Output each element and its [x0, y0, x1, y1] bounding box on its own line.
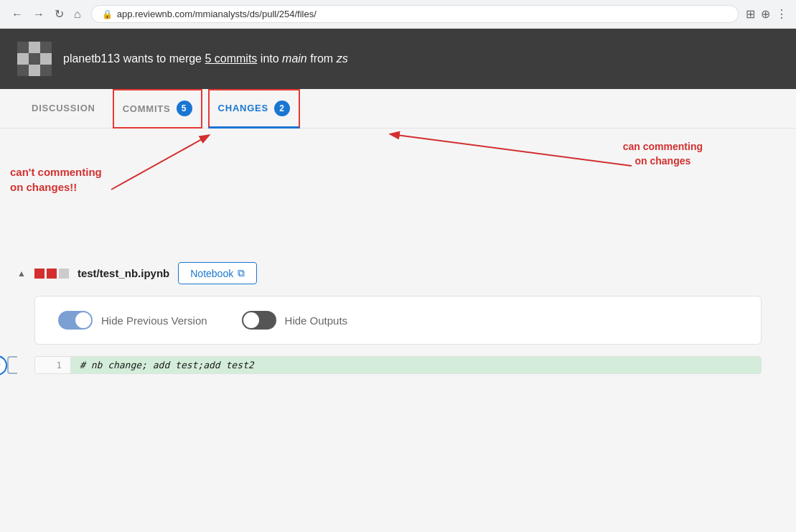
avatar: [17, 42, 52, 76]
extension-icon[interactable]: ⊞: [746, 7, 755, 21]
annotation-left-line2: on changes!!: [10, 179, 102, 195]
code-block: 1 # nb change; add test;add test2: [34, 356, 762, 374]
tabs-row: DISCUSSION COMMITS 5 CHANGES 2: [0, 89, 796, 129]
notebook-button[interactable]: Notebook ⧉: [178, 262, 257, 284]
collapse-button[interactable]: ▲: [17, 269, 26, 279]
lock-icon: 🔒: [102, 9, 113, 19]
hide-outputs-toggle[interactable]: [242, 311, 276, 330]
code-bracket-left: [7, 356, 17, 374]
line-number-1: 1: [35, 357, 71, 373]
toggle-knob-previous: [75, 312, 91, 328]
external-link-icon: ⧉: [238, 267, 245, 279]
back-button[interactable]: ←: [9, 6, 26, 22]
hide-previous-toggle[interactable]: [58, 311, 93, 330]
file-section: ▲ test/test_nb.ipynb Notebook ⧉ Hide Pre…: [0, 251, 796, 386]
annotation-left-line1: can't commenting: [10, 164, 102, 179]
tabs-annotation-area: DISCUSSION COMMITS 5 CHANGES 2 can't com…: [0, 89, 796, 251]
toggle-knob-outputs: [243, 312, 259, 328]
hide-previous-label: Hide Previous Version: [101, 314, 207, 327]
tab-changes[interactable]: CHANGES 2: [208, 89, 300, 129]
notebook-btn-label: Notebook: [190, 268, 233, 279]
header-zs: zs: [337, 52, 348, 65]
commits-link[interactable]: 5 commits: [205, 52, 257, 65]
tab-discussion-label: DISCUSSION: [32, 103, 95, 113]
diff-gray: [59, 269, 69, 279]
header-from: from: [307, 52, 337, 65]
tab-commits-label: COMMITS: [123, 103, 171, 114]
browser-actions: ⊞ ⊕ ⋮: [746, 7, 787, 21]
forward-button[interactable]: →: [30, 6, 47, 22]
diff-red-2: [47, 269, 57, 279]
diff-red-1: [34, 269, 45, 279]
header-main: main: [282, 52, 307, 65]
file-header: ▲ test/test_nb.ipynb Notebook ⧉: [17, 262, 779, 284]
annotation-right-line1: can commenting: [623, 140, 703, 154]
tab-commits[interactable]: COMMITS 5: [113, 89, 202, 129]
page-body: DISCUSSION COMMITS 5 CHANGES 2 can't com…: [0, 89, 796, 386]
svg-line-1: [111, 136, 208, 190]
hide-outputs-label: Hide Outputs: [285, 314, 348, 327]
header-before-link: planetb113 wants to merge: [63, 52, 205, 65]
nav-buttons: ← → ↻ ⌂: [9, 6, 84, 22]
tab-discussion[interactable]: DISCUSSION: [17, 89, 110, 129]
code-content-1: # nb change; add test;add test2: [71, 357, 761, 373]
annotation-area: can't commenting on changes!! can commen…: [0, 129, 796, 251]
url-text: app.reviewnb.com/mmianalysts/ds/pull/254…: [117, 9, 317, 19]
diff-indicators: [34, 269, 69, 279]
hide-outputs-toggle-row: Hide Outputs: [242, 311, 348, 330]
tab-changes-label: CHANGES: [218, 103, 268, 113]
commits-badge: 5: [177, 101, 192, 116]
header-text: planetb113 wants to merge 5 commits into…: [63, 52, 348, 65]
annotation-right: can commenting on changes: [623, 140, 703, 168]
page-header: planetb113 wants to merge 5 commits into…: [0, 29, 796, 89]
hide-previous-toggle-row: Hide Previous Version: [58, 311, 207, 330]
browser-chrome: ← → ↻ ⌂ 🔒 app.reviewnb.com/mmianalysts/d…: [0, 0, 796, 29]
add-comment-button[interactable]: +: [0, 355, 7, 375]
address-bar[interactable]: 🔒 app.reviewnb.com/mmianalysts/ds/pull/2…: [91, 5, 739, 23]
code-text: # nb change; add test;add test2: [80, 360, 254, 370]
code-area: + 1 # nb change; add test;add test2: [17, 356, 779, 374]
code-line-1: 1 # nb change; add test;add test2: [35, 357, 761, 373]
changes-badge: 2: [274, 101, 290, 116]
svg-line-2: [391, 134, 632, 166]
reload-button[interactable]: ↻: [52, 6, 67, 22]
annotation-right-line2: on changes: [623, 154, 703, 169]
annotation-left: can't commenting on changes!!: [10, 164, 102, 195]
home-button[interactable]: ⌂: [71, 6, 84, 22]
header-into: into: [257, 52, 282, 65]
filename: test/test_nb.ipynb: [78, 267, 169, 279]
zoom-icon[interactable]: ⊕: [761, 7, 770, 21]
toggle-section: Hide Previous Version Hide Outputs: [34, 296, 762, 345]
menu-icon[interactable]: ⋮: [776, 7, 787, 21]
